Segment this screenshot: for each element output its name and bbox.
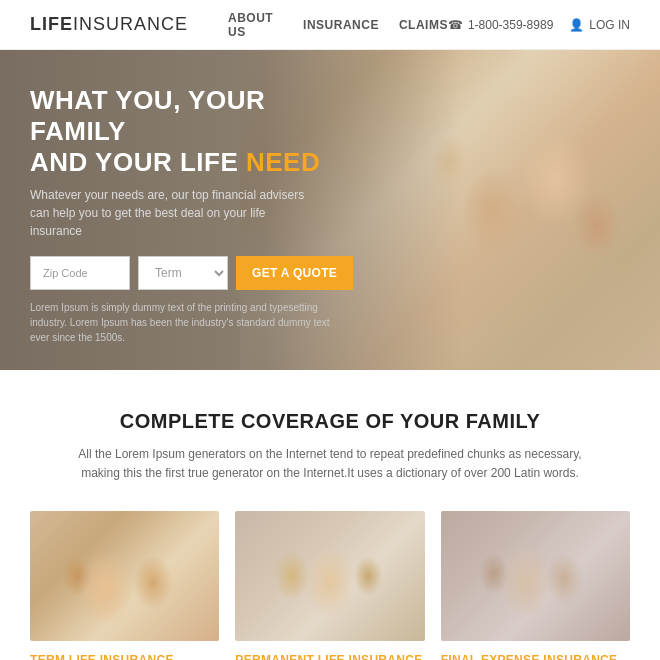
hero-title-line2: AND YOUR LIFE bbox=[30, 147, 246, 177]
card-term: TERM LIFE INSURANCE It uses a dictionary… bbox=[30, 511, 219, 660]
coverage-section: COMPLETE COVERAGE OF YOUR FAMILY All the… bbox=[0, 370, 660, 660]
coverage-description: All the Lorem Ipsum generators on the In… bbox=[70, 445, 590, 483]
user-icon: 👤 bbox=[569, 18, 584, 32]
card-final: FINAL EXPENSE INSURANCE It uses a dictio… bbox=[441, 511, 630, 660]
card-final-label: FINAL EXPENSE INSURANCE bbox=[441, 653, 630, 660]
cards-container: TERM LIFE INSURANCE It uses a dictionary… bbox=[30, 511, 630, 660]
card-permanent-label: PERMANENT LIFE INSURANCE bbox=[235, 653, 424, 660]
phone-number: 1-800-359-8989 bbox=[468, 18, 553, 32]
hero-form: Term 10 Year 20 Year 30 Year GET A QUOTE bbox=[30, 256, 630, 290]
nav-insurance[interactable]: INSURANCE bbox=[303, 18, 379, 32]
hero-title-line1: WHAT YOU, YOUR FAMILY bbox=[30, 85, 265, 146]
card-final-image bbox=[441, 511, 630, 641]
hero-lorem: Lorem Ipsum is simply dummy text of the … bbox=[30, 300, 340, 345]
coverage-title: COMPLETE COVERAGE OF YOUR FAMILY bbox=[30, 410, 630, 433]
login-label: LOG IN bbox=[589, 18, 630, 32]
nav-right: ☎ 1-800-359-8989 👤 LOG IN bbox=[448, 18, 630, 32]
term-select[interactable]: Term 10 Year 20 Year 30 Year bbox=[138, 256, 228, 290]
hero-title-highlight: NEED bbox=[246, 147, 320, 177]
hero-content: WHAT YOU, YOUR FAMILY AND YOUR LIFE NEED… bbox=[0, 50, 660, 370]
zip-input[interactable] bbox=[30, 256, 130, 290]
card-permanent: PERMANENT LIFE INSURANCE It uses a dicti… bbox=[235, 511, 424, 660]
card-term-label: TERM LIFE INSURANCE bbox=[30, 653, 219, 660]
nav-about[interactable]: ABOUT US bbox=[228, 11, 283, 39]
card-permanent-image bbox=[235, 511, 424, 641]
get-quote-button[interactable]: GET A QUOTE bbox=[236, 256, 353, 290]
hero-title: WHAT YOU, YOUR FAMILY AND YOUR LIFE NEED bbox=[30, 85, 350, 179]
logo-thin: INSURANCE bbox=[73, 14, 188, 35]
nav-claims[interactable]: CLAIMS bbox=[399, 18, 448, 32]
logo-bold: LIFE bbox=[30, 14, 73, 35]
nav-login[interactable]: 👤 LOG IN bbox=[569, 18, 630, 32]
card-term-image bbox=[30, 511, 219, 641]
hero-subtitle: Whatever your needs are, our top financi… bbox=[30, 186, 310, 240]
logo[interactable]: LIFE INSURANCE bbox=[30, 14, 188, 35]
hero-section: WHAT YOU, YOUR FAMILY AND YOUR LIFE NEED… bbox=[0, 50, 660, 370]
nav-phone: ☎ 1-800-359-8989 bbox=[448, 18, 553, 32]
phone-icon: ☎ bbox=[448, 18, 463, 32]
nav-links: ABOUT US INSURANCE CLAIMS bbox=[228, 11, 448, 39]
navbar: LIFE INSURANCE ABOUT US INSURANCE CLAIMS… bbox=[0, 0, 660, 50]
